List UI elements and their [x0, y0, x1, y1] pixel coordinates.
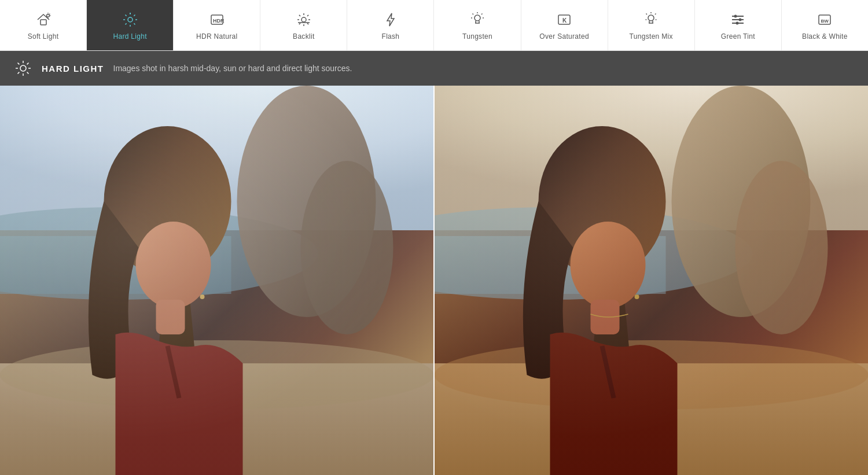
- over-saturated-label: Over Saturated: [539, 32, 589, 40]
- svg-point-70: [301, 161, 393, 334]
- svg-point-53: [739, 18, 742, 21]
- svg-point-1: [46, 14, 49, 17]
- svg-rect-0: [41, 20, 46, 25]
- svg-point-40: [648, 15, 654, 21]
- svg-point-6: [128, 17, 133, 22]
- nav-item-backlit[interactable]: Backlit: [260, 0, 347, 50]
- tungsten-icon: [468, 10, 487, 29]
- image-panel-after: [433, 86, 868, 475]
- black-white-icon: BW: [815, 10, 834, 29]
- green-tint-label: Green Tint: [721, 32, 755, 40]
- svg-line-5: [49, 13, 50, 14]
- green-tint-icon: [729, 10, 747, 29]
- svg-point-74: [136, 222, 211, 308]
- svg-line-45: [646, 13, 648, 14]
- svg-text:BW: BW: [821, 19, 829, 24]
- svg-line-26: [299, 23, 300, 24]
- svg-line-25: [307, 14, 308, 16]
- over-saturated-icon: K: [555, 10, 573, 29]
- svg-line-64: [27, 63, 29, 65]
- tungsten-mix-icon: [642, 10, 660, 29]
- soft-light-label: Soft Light: [28, 32, 59, 40]
- svg-line-11: [125, 14, 126, 16]
- tungsten-label: Tungsten: [462, 32, 492, 40]
- nav-item-black-white[interactable]: BW Black & White: [782, 0, 868, 50]
- hdr-icon: HDR: [208, 10, 226, 29]
- svg-line-35: [481, 13, 483, 14]
- nav-item-tungsten-mix[interactable]: Tungsten Mix: [608, 0, 695, 50]
- backlit-icon: [295, 10, 313, 29]
- svg-point-86: [571, 222, 646, 308]
- nav-item-green-tint[interactable]: Green Tint: [695, 0, 782, 50]
- black-white-label: Black & White: [802, 32, 848, 40]
- nav-item-hard-light[interactable]: Hard Light: [87, 0, 174, 50]
- svg-line-62: [18, 63, 20, 65]
- description-text: Images shot in harsh mid-day, sun or har…: [113, 64, 352, 73]
- soft-light-icon: [34, 10, 53, 29]
- svg-point-82: [735, 161, 828, 334]
- svg-rect-75: [156, 300, 185, 334]
- tungsten-mix-label: Tungsten Mix: [630, 32, 673, 40]
- nav-item-soft-light[interactable]: Soft Light: [0, 0, 87, 50]
- svg-line-23: [299, 14, 300, 16]
- svg-text:K: K: [562, 17, 567, 24]
- svg-point-54: [736, 21, 739, 24]
- svg-line-12: [134, 23, 135, 24]
- hard-light-icon: [121, 10, 139, 29]
- nav-item-over-saturated[interactable]: K Over Saturated: [521, 0, 608, 50]
- image-area: [0, 86, 868, 475]
- svg-line-13: [134, 14, 135, 16]
- svg-point-29: [475, 15, 480, 21]
- hdr-natural-label: HDR Natural: [196, 32, 237, 40]
- description-title: HARD LIGHT: [42, 64, 104, 73]
- svg-point-89: [635, 294, 639, 299]
- top-nav: Soft Light Hard Light HDR: [0, 0, 868, 51]
- nav-item-tungsten[interactable]: Tungsten: [434, 0, 521, 50]
- nav-item-hdr-natural[interactable]: HDR HDR Natural: [174, 0, 260, 50]
- svg-marker-28: [387, 13, 394, 26]
- svg-text:HDR: HDR: [213, 18, 225, 24]
- backlit-label: Backlit: [293, 32, 314, 40]
- svg-point-77: [200, 294, 205, 299]
- hard-light-label: Hard Light: [113, 32, 146, 40]
- svg-line-63: [27, 72, 29, 74]
- description-bar: HARD LIGHT Images shot in harsh mid-day,…: [0, 51, 868, 86]
- svg-line-46: [655, 13, 656, 14]
- svg-line-24: [307, 23, 308, 24]
- flash-label: Flash: [382, 32, 400, 40]
- svg-point-52: [734, 14, 737, 17]
- description-icon: [14, 59, 32, 78]
- flash-icon: [381, 10, 400, 29]
- svg-point-57: [20, 65, 26, 71]
- image-panel-before: [0, 86, 433, 475]
- nav-item-flash[interactable]: Flash: [347, 0, 434, 50]
- svg-line-65: [18, 72, 20, 74]
- svg-point-18: [301, 17, 306, 22]
- svg-line-34: [473, 13, 474, 14]
- svg-line-14: [125, 23, 126, 24]
